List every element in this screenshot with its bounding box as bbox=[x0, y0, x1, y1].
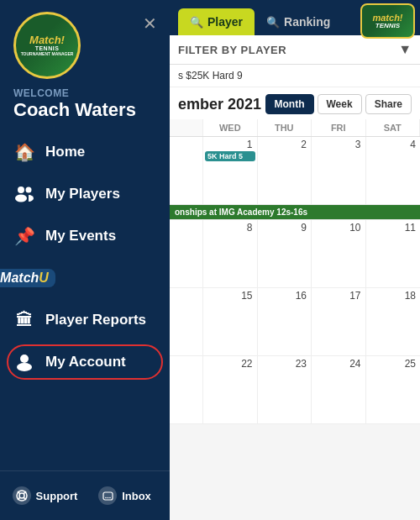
calendar-week-4: 22 23 24 25 bbox=[170, 356, 420, 424]
date-22: 22 bbox=[205, 358, 255, 370]
event-banner-text: s $25K Hard 9 bbox=[178, 70, 243, 81]
day-header-thu: THU bbox=[258, 119, 312, 136]
date-15: 15 bbox=[205, 290, 255, 302]
date-1: 1 bbox=[205, 139, 255, 150]
sidebar-item-my-players[interactable]: My Players bbox=[0, 173, 170, 215]
date-10: 10 bbox=[313, 222, 364, 234]
sidebar-item-home[interactable]: 🏠 Home bbox=[0, 131, 170, 173]
matchu-icon: MatchU bbox=[13, 267, 35, 289]
main-header: 🔍 Player 🔍 Ranking match! TENNIS bbox=[170, 0, 420, 35]
week-4-num-col bbox=[170, 356, 203, 423]
calendar-day-headers: WED THU FRI SAT bbox=[170, 119, 420, 137]
inbox-label: Inbox bbox=[122, 490, 151, 502]
sidebar: Match! TENNIS TOURNAMENT MANAGER ✕ WELCO… bbox=[0, 0, 170, 520]
account-icon bbox=[13, 351, 35, 373]
svg-point-5 bbox=[17, 363, 32, 371]
week-4-wed: 22 bbox=[203, 356, 258, 423]
week-3-fri: 17 bbox=[312, 288, 366, 355]
date-2: 2 bbox=[260, 139, 310, 150]
support-label: Support bbox=[36, 490, 78, 502]
calendar-controls: Month Week Share bbox=[265, 94, 412, 114]
date-24: 24 bbox=[313, 358, 364, 370]
account-svg-icon bbox=[15, 353, 34, 371]
filter-label: FILTER BY PLAYER bbox=[178, 44, 286, 56]
sidebar-item-player-reports[interactable]: 🏛 Player Reports bbox=[0, 299, 170, 341]
spanning-event-row[interactable]: onships at IMG Academy 12s-16s bbox=[170, 205, 420, 220]
logo-text-sub2: TOURNAMENT MANAGER bbox=[21, 51, 74, 56]
date-11: 11 bbox=[368, 222, 419, 234]
logo-inner: Match! TENNIS TOURNAMENT MANAGER bbox=[21, 34, 74, 56]
players-svg-icon bbox=[14, 186, 34, 202]
support-svg-icon bbox=[16, 490, 28, 502]
tab-player[interactable]: 🔍 Player bbox=[178, 8, 255, 35]
tab-bar: 🔍 Player 🔍 Ranking bbox=[178, 8, 342, 35]
nav-items: 🏠 Home My Players 📌 My Events MatchU bbox=[0, 131, 170, 470]
sidebar-item-my-account[interactable]: My Account bbox=[0, 341, 170, 383]
calendar-header: ember 2021 Month Week Share bbox=[170, 87, 420, 119]
week-3-thu: 16 bbox=[258, 288, 312, 355]
support-button[interactable]: Support bbox=[7, 480, 83, 512]
sidebar-item-label-my-events: My Events bbox=[45, 228, 116, 244]
matchu-badge: MatchU bbox=[0, 269, 55, 287]
svg-line-8 bbox=[24, 491, 26, 494]
week-button[interactable]: Week bbox=[318, 94, 362, 114]
svg-point-2 bbox=[15, 195, 27, 202]
tab-ranking-label: Ranking bbox=[284, 15, 330, 29]
top-logo-inner: match! TENNIS bbox=[372, 13, 402, 30]
sidebar-item-label-my-players: My Players bbox=[45, 186, 120, 202]
sidebar-footer: Support Inbox bbox=[0, 470, 170, 520]
top-logo-text-line2: TENNIS bbox=[372, 23, 402, 30]
welcome-section: WELCOME Coach Waters bbox=[0, 87, 170, 131]
close-button[interactable]: ✕ bbox=[138, 12, 161, 35]
logo-text-main: Match! bbox=[29, 34, 65, 45]
svg-rect-12 bbox=[103, 492, 113, 500]
chevron-down-icon: ▼ bbox=[398, 42, 412, 57]
sidebar-item-label-player-reports: Player Reports bbox=[45, 312, 146, 328]
week-3-sat: 18 bbox=[366, 288, 421, 355]
svg-point-14 bbox=[107, 496, 108, 498]
date-17: 17 bbox=[313, 290, 364, 302]
week-1-sat: 4 bbox=[366, 137, 421, 204]
event-hard-5[interactable]: 5K Hard 5 bbox=[205, 151, 255, 161]
month-button[interactable]: Month bbox=[265, 94, 314, 114]
spanning-event-text: onships at IMG Academy 12s-16s bbox=[175, 207, 307, 217]
week-2-wed: 8 bbox=[203, 220, 258, 287]
svg-point-13 bbox=[105, 496, 107, 498]
sidebar-item-label-home: Home bbox=[45, 144, 85, 160]
inbox-svg-icon bbox=[102, 491, 113, 501]
svg-line-9 bbox=[18, 491, 20, 494]
svg-point-1 bbox=[26, 187, 32, 193]
week-4-fri: 24 bbox=[312, 356, 366, 423]
share-button[interactable]: Share bbox=[365, 94, 412, 114]
sidebar-item-match-u[interactable]: MatchU bbox=[0, 257, 170, 299]
search-icon-player: 🔍 bbox=[190, 16, 203, 29]
week-2-num-col bbox=[170, 220, 203, 287]
week-1-wed: 1 5K Hard 5 bbox=[203, 137, 258, 204]
sidebar-item-my-events[interactable]: 📌 My Events bbox=[0, 215, 170, 257]
date-16: 16 bbox=[260, 290, 310, 302]
day-header-fri: FRI bbox=[312, 119, 366, 136]
main-content: 🔍 Player 🔍 Ranking match! TENNIS FILTER … bbox=[170, 0, 420, 520]
svg-line-10 bbox=[24, 497, 26, 500]
top-logo-text-line1: match! bbox=[372, 13, 402, 23]
date-9: 9 bbox=[260, 222, 310, 234]
reports-icon: 🏛 bbox=[13, 309, 35, 331]
week-1-fri: 3 bbox=[312, 137, 366, 204]
week-3-num-col bbox=[170, 288, 203, 355]
svg-line-11 bbox=[18, 497, 20, 500]
players-icon bbox=[13, 183, 35, 205]
calendar-grid: WED THU FRI SAT 1 5K Hard 5 2 3 4 onship… bbox=[170, 119, 420, 424]
svg-point-15 bbox=[109, 496, 111, 498]
calendar-week-1: 1 5K Hard 5 2 3 4 bbox=[170, 137, 420, 205]
date-8: 8 bbox=[205, 222, 255, 234]
week-2-fri: 10 bbox=[312, 220, 366, 287]
calendar-week-3: 15 16 17 18 bbox=[170, 288, 420, 356]
date-25: 25 bbox=[368, 358, 419, 370]
home-icon: 🏠 bbox=[13, 141, 35, 163]
inbox-button[interactable]: Inbox bbox=[87, 480, 163, 512]
tab-ranking[interactable]: 🔍 Ranking bbox=[255, 8, 342, 35]
filter-bar[interactable]: FILTER BY PLAYER ▼ bbox=[170, 35, 420, 65]
week-2-thu: 9 bbox=[258, 220, 312, 287]
support-icon bbox=[13, 486, 31, 505]
top-right-logo: match! TENNIS bbox=[360, 3, 415, 39]
